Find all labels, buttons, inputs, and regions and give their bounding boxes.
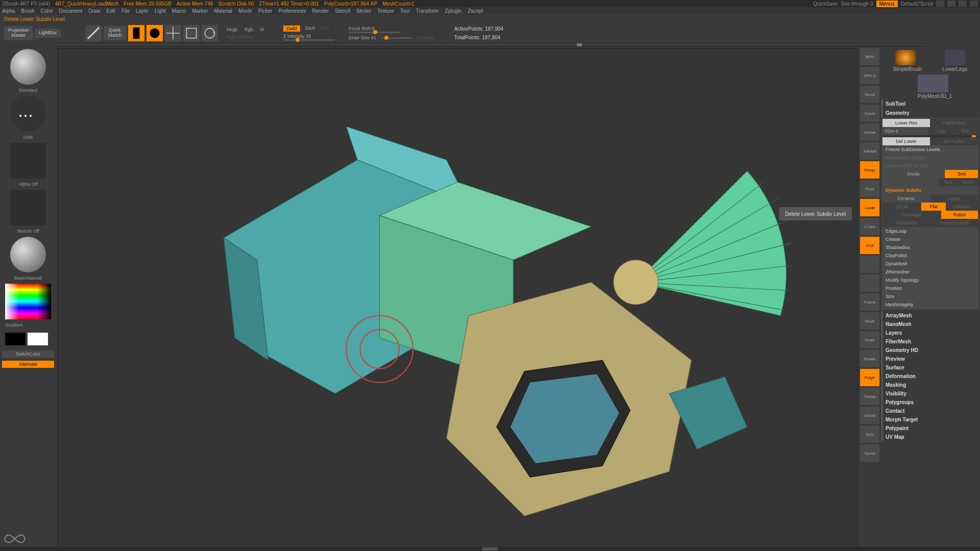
shelf-aahalf[interactable]: AAHalf <box>860 142 879 160</box>
shelf-lcam[interactable]: LCam <box>860 218 879 235</box>
flat-button[interactable]: Flat <box>921 203 946 211</box>
projection-master-button[interactable]: Projection Master <box>4 26 33 40</box>
polish-button[interactable]: Polish <box>941 211 978 219</box>
menu-brush[interactable]: Brush <box>21 8 35 14</box>
zsub-button[interactable]: Zsub <box>305 26 315 32</box>
section-size[interactable]: Size <box>883 292 978 300</box>
shelf-polyf[interactable]: PolyF <box>860 369 879 386</box>
window-max-icon[interactable] <box>959 1 967 7</box>
switchcolor-button[interactable]: SwitchColor <box>2 350 54 358</box>
del-higher-button[interactable]: Del Higher <box>930 137 978 145</box>
menu-zscript[interactable]: Zscript <box>468 8 483 14</box>
draw-size-label[interactable]: Draw Size 41 <box>349 35 376 40</box>
section-uv-map[interactable]: UV Map <box>881 433 979 441</box>
tool-thumb-simplebrush[interactable]: SimpleBrush <box>893 50 918 72</box>
seethrough-slider[interactable]: See-through 0 <box>841 1 873 7</box>
shelf-rotate[interactable]: Rotate <box>860 350 879 367</box>
focal-shift-label[interactable]: Focal Shift 0 <box>349 26 435 31</box>
section-crease[interactable]: Crease <box>883 235 978 243</box>
apply-button[interactable]: Apply <box>930 194 978 203</box>
bottom-bar[interactable] <box>0 547 980 551</box>
menu-picker[interactable]: Picker <box>258 8 273 14</box>
quicksketch-icon[interactable] <box>85 25 102 41</box>
tool-thumb-polymesh[interactable]: PolyMesh3D_1 <box>918 74 943 99</box>
drag-handle-icon[interactable] <box>482 547 498 550</box>
gradient-label[interactable]: Gradient <box>2 322 54 328</box>
menu-layer[interactable]: Layer <box>136 8 149 14</box>
menu-file[interactable]: File <box>121 8 130 14</box>
menu-edit[interactable]: Edit <box>107 8 115 14</box>
shelf-zoom[interactable]: Zoom <box>860 105 879 122</box>
lightbox-button[interactable]: LightBox <box>35 29 61 38</box>
alternate-button[interactable]: Alternate <box>2 361 54 368</box>
reconstruct-subdiv-button[interactable]: Reconstruct Subdiv <box>883 154 978 162</box>
menus-button[interactable]: Menus <box>876 1 898 7</box>
section-polypaint[interactable]: Polypaint <box>881 424 979 433</box>
dynamic-subdiv-header[interactable]: Dynamic Subdiv <box>883 186 978 194</box>
brush-thumb[interactable] <box>10 49 46 85</box>
rotate-button[interactable] <box>202 25 218 41</box>
shelf-scroll[interactable]: Scroll <box>860 86 879 103</box>
shelf-btn[interactable] <box>860 274 879 292</box>
primary-color[interactable] <box>28 333 48 345</box>
color-swatches[interactable] <box>5 333 51 345</box>
shelf-bpr[interactable]: BPR <box>860 48 879 65</box>
section-deformation[interactable]: Deformation <box>881 372 979 381</box>
edit-button[interactable] <box>128 25 144 41</box>
shelf-floor[interactable]: Floor <box>860 180 879 197</box>
alpha-slot[interactable] <box>10 143 46 179</box>
menu-color[interactable]: Color <box>41 8 53 14</box>
shelf-transp[interactable]: Transp <box>860 388 879 405</box>
sdiv-slider[interactable]: SDiv 6 <box>883 127 928 135</box>
section-shadowbox[interactable]: ShadowBox <box>883 243 978 252</box>
section-dynamesh[interactable]: DynaMesh <box>883 260 978 268</box>
move-button[interactable] <box>165 25 181 41</box>
smoothsubdiv-slider[interactable]: SmoothSubdiv <box>930 219 978 227</box>
scale-button[interactable] <box>183 25 200 41</box>
viewport[interactable]: Delete Lower Subdiv Level <box>57 48 858 550</box>
menu-macro[interactable]: Macro <box>172 8 186 14</box>
chamfer-button[interactable]: Chamfer <box>946 203 978 211</box>
section-surface[interactable]: Surface <box>881 363 979 372</box>
subtool-header[interactable]: SubTool <box>881 99 979 108</box>
texture-slot[interactable] <box>10 190 46 226</box>
section-nanomesh[interactable]: NanoMesh <box>881 320 979 329</box>
shelf-move[interactable]: Move <box>860 312 879 330</box>
secondary-color[interactable] <box>5 333 26 345</box>
z-intensity-label[interactable]: Z Intensity 25 <box>283 34 334 39</box>
shelf-btn[interactable] <box>860 256 879 273</box>
rstr-button[interactable]: Rstr <box>953 127 978 135</box>
menu-material[interactable]: Material <box>214 8 233 14</box>
shelf-ghost[interactable]: Ghost <box>860 407 879 424</box>
shelf-scale[interactable]: Scale <box>860 331 879 348</box>
window-pin-icon[interactable] <box>936 1 944 7</box>
mrgb-button[interactable]: Mrgb <box>227 27 238 32</box>
menu-stencil[interactable]: Stencil <box>335 8 350 14</box>
section-geometry-hd[interactable]: Geometry HD <box>881 346 979 355</box>
menu-tool[interactable]: Tool <box>400 8 409 14</box>
section-edgeloop[interactable]: EdgeLoop <box>883 227 978 235</box>
shelf-xyz[interactable]: XYZ <box>860 237 879 254</box>
section-position[interactable]: Position <box>883 284 978 292</box>
quicksketch-button[interactable]: Quick Sketch <box>104 26 126 40</box>
menu-draw[interactable]: Draw <box>88 8 100 14</box>
reuv-button[interactable]: ReUV <box>959 178 978 186</box>
stroke-thumb[interactable] <box>10 96 46 132</box>
window-close-icon[interactable] <box>970 1 978 7</box>
shelf-actual[interactable]: Actual <box>860 123 879 141</box>
section-meshintegrity[interactable]: MeshIntegrity <box>883 300 978 309</box>
geometry-header[interactable]: Geometry <box>881 109 979 117</box>
menu-light[interactable]: Light <box>155 8 166 14</box>
section-morph-target[interactable]: Morph Target <box>881 415 979 424</box>
section-arraymesh[interactable]: ArrayMesh <box>881 311 979 320</box>
section-polygroups[interactable]: Polygroups <box>881 398 979 407</box>
shelf-persp[interactable]: Persp <box>860 161 879 179</box>
color-picker[interactable] <box>5 284 51 319</box>
del-lower-button[interactable]: Del Lower <box>883 137 930 145</box>
default-zscript[interactable]: DefaultZScript <box>901 1 933 7</box>
menu-preferences[interactable]: Preferences <box>279 8 306 14</box>
quicksave-button[interactable]: QuickSave <box>813 1 838 7</box>
dynamic-button[interactable]: Dynamic <box>883 194 930 203</box>
dynamic-label[interactable]: Dynamic <box>417 35 435 40</box>
section-modify-topology[interactable]: Modify Topology <box>883 276 978 284</box>
